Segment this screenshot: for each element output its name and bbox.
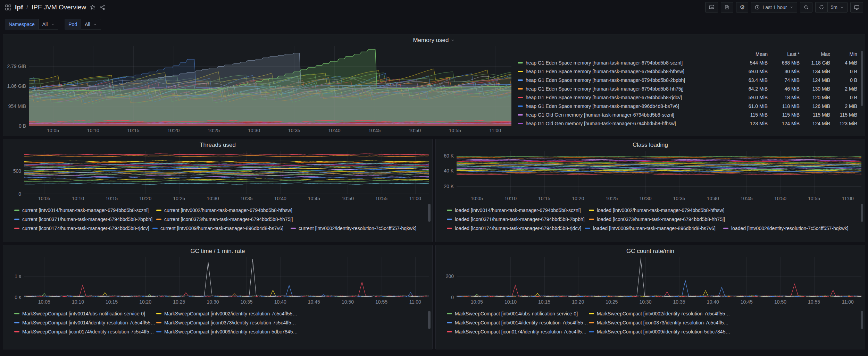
legend-item[interactable]: current [intv0014/human-task-manager-679… (14, 207, 156, 213)
legend-item[interactable]: MarkSweepCompact [intv0009/identity-reso… (156, 329, 298, 334)
x-axis-label: 10:55 (808, 299, 820, 305)
legend-item[interactable]: MarkSweepCompact [icon0373/identity-reso… (589, 320, 731, 325)
legend-item[interactable]: current [intv0009/human-task-manager-896… (152, 226, 291, 231)
breadcrumb-app[interactable]: Ipf (15, 3, 23, 11)
legend-item[interactable]: MarkSweepCompact [intv0009/identity-reso… (589, 329, 731, 334)
legend-item[interactable]: MarkSweepCompact [intv0014/identity-reso… (447, 320, 589, 325)
memory-x-axis: 10:0510:1010:1510:2010:2510:3010:3510:40… (29, 126, 511, 134)
legend-item[interactable]: loaded [intv0002/identity-resolution-7c5… (723, 226, 861, 231)
legend-label: MarkSweepCompact [intv0014/ubs-notificat… (22, 311, 145, 316)
series-color-swatch (518, 62, 523, 63)
panel-classes-title[interactable]: Class loading (436, 139, 865, 151)
legend-scrollbar[interactable] (428, 311, 431, 329)
memory-legend-table: MeanLast *MaxMinheap G1 Eden Space memor… (511, 46, 863, 134)
legend-item[interactable]: loaded [intv0014/human-task-manager-6794… (447, 207, 589, 213)
memory-chart-canvas[interactable] (29, 46, 511, 126)
legend-item[interactable]: MarkSweepCompact [intv0014/ubs-notificat… (14, 311, 156, 316)
threads-y-axis: 0500 (7, 151, 24, 194)
legend-item[interactable]: heap G1 Eden Space memory [human-task-ma… (518, 95, 737, 100)
y-axis-label: 500 (13, 168, 21, 174)
tv-mode-button[interactable] (850, 2, 863, 12)
gccount-chart-canvas[interactable] (457, 257, 861, 297)
legend-item[interactable]: current [icon0373/human-task-manager-679… (156, 217, 298, 222)
legend-item[interactable]: MarkSweepCompact [icon0174/identity-reso… (14, 329, 156, 334)
panel-gctime-title[interactable]: GC time / 1 min. rate (3, 245, 432, 257)
x-axis-label: 10:50 (342, 196, 354, 201)
gctime-legend: MarkSweepCompact [intv0014/ubs-notificat… (7, 306, 429, 348)
legend-label: loaded [intv0002/identity-resolution-7c5… (731, 226, 849, 231)
panel-gccount-title[interactable]: GC count rate/min (436, 245, 865, 257)
add-panel-button[interactable] (705, 2, 718, 12)
x-axis-label: 10:25 (173, 299, 185, 305)
legend-label: MarkSweepCompact [intv0009/identity-reso… (597, 329, 731, 334)
legend-label: MarkSweepCompact [icon0174/identity-reso… (22, 329, 156, 334)
panel-threads-title[interactable]: Threads used (3, 139, 432, 151)
legend-item[interactable]: MarkSweepCompact [intv0014/identity-reso… (14, 320, 156, 325)
share-icon[interactable] (99, 4, 106, 10)
legend-item[interactable]: current [icon0174/human-task-manager-679… (14, 226, 152, 231)
legend-item[interactable]: loaded [icon0373/human-task-manager-6794… (589, 217, 731, 222)
legend-column-header[interactable]: Last * (768, 51, 800, 57)
legend-column-header[interactable]: Min (830, 51, 857, 57)
dashboard-settings-button[interactable]: ⚙ (736, 2, 748, 12)
legend-item[interactable]: current [intv0002/human-task-manager-679… (156, 207, 298, 213)
legend-item[interactable]: MarkSweepCompact [intv0002/identity-reso… (156, 311, 298, 316)
x-axis-label: 10:45 (741, 299, 753, 305)
x-axis-label: 11:00 (842, 196, 854, 201)
legend-label: current [icon0174/human-task-manager-679… (22, 226, 149, 231)
pod-filter-dropdown[interactable]: All (81, 19, 101, 30)
legend-item[interactable]: MarkSweepCompact [intv0002/identity-reso… (589, 311, 731, 316)
legend-item[interactable]: current [icon0371/human-task-manager-679… (14, 217, 156, 222)
legend-item[interactable]: current [intv0002/identity-resolution-7c… (291, 226, 429, 231)
x-axis-label: 10:15 (538, 299, 550, 305)
legend-item[interactable]: heap G1 Eden Space memory [human-task-ma… (518, 86, 737, 92)
series-color-swatch (152, 228, 158, 229)
namespace-filter-dropdown[interactable]: All (39, 19, 59, 30)
legend-item[interactable]: loaded [intv0009/human-task-manager-896d… (585, 226, 723, 231)
save-dashboard-button[interactable] (721, 2, 733, 12)
legend-scrollbar[interactable] (861, 204, 863, 222)
gctime-chart-canvas[interactable] (24, 257, 429, 297)
legend-column-header[interactable]: Mean (737, 51, 768, 57)
legend-label: heap G1 Eden Space memory [human-task-ma… (526, 69, 684, 74)
legend-scrollbar[interactable] (861, 311, 863, 329)
legend-value: 0 B (830, 77, 857, 83)
legend-column-header[interactable]: Max (800, 51, 830, 57)
legend-scrollbar[interactable] (861, 51, 863, 106)
favorite-star-icon[interactable] (90, 4, 96, 10)
legend-item[interactable]: heap G1 Eden Space memory [human-task-ma… (518, 60, 737, 66)
threads-chart-canvas[interactable] (24, 151, 429, 194)
legend-row: heap G1 Eden Space memory [human-task-ma… (518, 67, 857, 76)
apps-grid-icon[interactable] (5, 4, 11, 11)
x-axis-label: 10:30 (639, 196, 651, 201)
legend-value: 115 MiB (830, 112, 857, 118)
threads-x-axis: 10:0510:1010:1510:2010:2510:3010:3510:40… (24, 194, 429, 202)
legend-item[interactable]: MarkSweepCompact [intv0014/ubs-notificat… (447, 311, 589, 316)
legend-item[interactable]: heap G1 Eden Space memory [human-task-ma… (518, 77, 737, 83)
panel-memory-title[interactable]: Memory used (3, 34, 865, 46)
zoom-out-button[interactable] (800, 2, 812, 12)
legend-label: MarkSweepCompact [intv0009/identity-reso… (164, 329, 298, 334)
legend-item[interactable]: loaded [icon0174/human-task-manager-6794… (447, 226, 585, 231)
top-nav: Ipf / IPF JVM Overview ⚙ (0, 0, 868, 15)
legend-item[interactable]: heap G1 Old Gen memory [human-task-manag… (518, 121, 737, 126)
refresh-interval-picker[interactable]: 5m (827, 2, 848, 12)
classes-chart-canvas[interactable] (457, 151, 861, 194)
legend-label: heap G1 Old Gen memory [human-task-manag… (526, 112, 674, 118)
legend-scrollbar[interactable] (428, 204, 431, 222)
legend-row: MarkSweepCompact [icon0174/identity-reso… (14, 327, 429, 336)
legend-item[interactable]: heap G1 Old Gen memory [human-task-manag… (518, 112, 737, 118)
legend-item[interactable]: heap G1 Eden Space memory [human-task-ma… (518, 69, 737, 74)
time-range-picker[interactable]: Last 1 hour (751, 2, 797, 12)
legend-row: loaded [icon0371/human-task-manager-6794… (447, 215, 861, 224)
legend-item[interactable]: loaded [intv0002/human-task-manager-6794… (589, 207, 731, 213)
legend-item[interactable]: MarkSweepCompact [icon0373/identity-reso… (156, 320, 298, 325)
x-axis-label: 10:35 (241, 299, 253, 305)
legend-item[interactable]: MarkSweepCompact [icon0174/identity-reso… (447, 329, 589, 334)
legend-item[interactable]: loaded [icon0371/human-task-manager-6794… (447, 217, 589, 222)
x-axis-label: 10:05 (38, 196, 50, 201)
legend-item[interactable]: heap G1 Eden Space memory [human-task-ma… (518, 103, 737, 109)
legend-label: MarkSweepCompact [icon0373/identity-reso… (164, 320, 298, 325)
refresh-button[interactable] (815, 2, 827, 12)
x-axis-label: 10:50 (409, 128, 421, 133)
